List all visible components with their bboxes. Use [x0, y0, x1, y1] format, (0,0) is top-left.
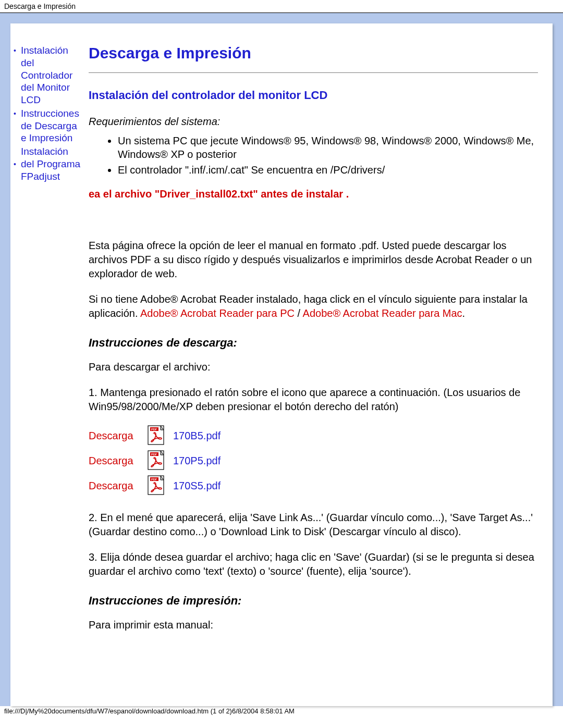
adobe-end: . [462, 307, 466, 319]
bullet-icon: • [14, 107, 21, 144]
footer-path-text: file:///D|/My%20documents/dfu/W7/espanol… [4, 707, 295, 715]
sidebar-item-download-instructions[interactable]: • Instrucciones de Descarga e Impresión [14, 107, 81, 144]
window-title: Descarga e Impresión [4, 2, 76, 10]
download-label: Descarga [89, 480, 146, 492]
adobe-separator: / [295, 307, 303, 319]
download-step-2: 2. En el mené que aparecerá, elija 'Save… [89, 511, 538, 539]
sidebar-item-fpadjust[interactable]: • Instalación del Programa FPadjust [14, 145, 81, 182]
pdf-icon[interactable]: PDF [146, 425, 167, 446]
page-card: • Instalación del Controlador del Monito… [10, 23, 553, 706]
spacer [89, 213, 538, 239]
horizontal-rule [89, 72, 538, 73]
download-row: Descarga PDF 170S5.pdf [89, 475, 538, 496]
requirement-item: El controlador ".inf/.icm/.cat" Se encue… [118, 163, 538, 177]
download-step-1: 1. Mantenga presionado el ratón sobre el… [89, 386, 538, 414]
pdf-intro-paragraph: Esta página ofrece la opción de leer el … [89, 239, 538, 281]
subheading-download: Instrucciones de descarga: [89, 336, 538, 350]
window-title-bar: Descarga e Impresión [0, 0, 563, 13]
svg-text:PDF: PDF [151, 453, 157, 456]
pdf-icon[interactable]: PDF [146, 475, 167, 496]
download-intro: Para descargar el archivo: [89, 360, 538, 374]
download-step-3: 3. Elija dónde desea guardar el archivo;… [89, 550, 538, 578]
requirements-label: Requerimientos del sistema: [89, 115, 538, 129]
download-label: Descarga [89, 455, 146, 467]
bullet-icon: • [14, 44, 21, 106]
pdf-icon[interactable]: PDF [146, 450, 167, 471]
download-label: Descarga [89, 430, 146, 442]
download-list: Descarga PDF 170B5.pdf Descarga PDF 170P… [89, 425, 538, 496]
download-row: Descarga PDF 170P5.pdf [89, 450, 538, 471]
section-title-install: Instalación del controlador del monitor … [89, 89, 538, 102]
adobe-mac-link[interactable]: Adobe® Acrobat Reader para Mac [303, 307, 462, 319]
requirement-item: Un sistema PC que jecute Windows® 95, Wi… [118, 134, 538, 161]
download-row: Descarga PDF 170B5.pdf [89, 425, 538, 446]
sidebar-item-install-driver[interactable]: • Instalación del Controlador del Monito… [14, 44, 81, 106]
adobe-paragraph: Si no tiene Adobe® Acrobat Reader instal… [89, 292, 538, 320]
requirements-list: Un sistema PC que jecute Windows® 95, Wi… [89, 134, 538, 177]
svg-text:PDF: PDF [151, 428, 157, 431]
footer-path-bar: file:///D|/My%20documents/dfu/W7/espanol… [0, 706, 563, 718]
pdf-file-link[interactable]: 170S5.pdf [173, 480, 221, 492]
sidebar-link-label[interactable]: Instalación del Programa FPadjust [21, 145, 81, 182]
page-background: • Instalación del Controlador del Monito… [0, 13, 563, 706]
pdf-file-link[interactable]: 170P5.pdf [173, 455, 221, 467]
install-notice: ea el archivo "Driver_install02.txt" ant… [89, 187, 538, 201]
bullet-icon: • [14, 145, 21, 182]
sidebar-link-label[interactable]: Instalación del Controlador del Monitor … [21, 44, 81, 106]
print-intro: Para imprimir esta manual: [89, 618, 538, 632]
main-content: Descarga e Impresión Instalación del con… [83, 39, 553, 706]
sidebar-link-label[interactable]: Instrucciones de Descarga e Impresión [21, 107, 81, 144]
sidebar-nav: • Instalación del Controlador del Monito… [10, 39, 83, 706]
adobe-pc-link[interactable]: Adobe® Acrobat Reader para PC [140, 307, 295, 319]
subheading-print: Instrucciones de impresión: [89, 594, 538, 608]
pdf-file-link[interactable]: 170B5.pdf [173, 430, 221, 442]
svg-text:PDF: PDF [151, 478, 157, 481]
page-title: Descarga e Impresión [89, 44, 538, 62]
